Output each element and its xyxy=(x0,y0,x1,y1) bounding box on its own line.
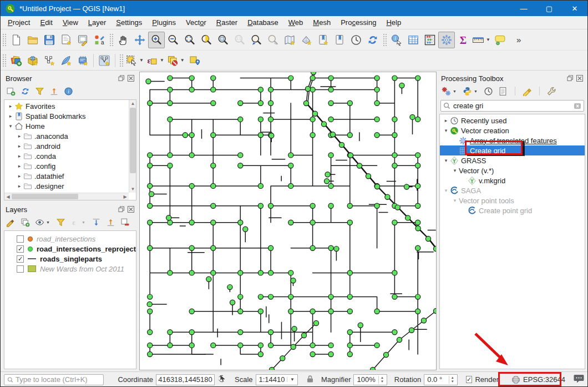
browser-filter-button[interactable] xyxy=(35,87,44,96)
toolbar-drag-handle[interactable] xyxy=(119,54,123,67)
chevron-down-icon[interactable]: ▼ xyxy=(484,37,491,42)
toolbar-drag-handle[interactable] xyxy=(109,33,113,47)
scale-combo[interactable]: 1:14410 ▼ xyxy=(256,374,298,385)
tree-item-saga[interactable]: ▾SAGA xyxy=(440,185,585,195)
browser-vertical-scrollbar[interactable]: ▲ ▼ xyxy=(129,100,136,193)
clear-search-icon[interactable] xyxy=(574,102,581,110)
toolbar-drag-handle[interactable] xyxy=(2,33,6,47)
menu-edit[interactable]: Edit xyxy=(35,16,57,29)
chevron-down-icon[interactable]: ▼ xyxy=(287,377,295,382)
layers-float-button[interactable] xyxy=(118,205,125,213)
chevron-down-icon[interactable]: ▼ xyxy=(44,220,51,224)
processing-float-button[interactable] xyxy=(566,74,574,82)
select-features-button[interactable]: ▼ xyxy=(125,52,145,69)
collapsed-arrow-icon[interactable]: ▸ xyxy=(442,118,450,123)
processing-python-button[interactable]: ▼ xyxy=(463,87,479,96)
pan-map-button[interactable] xyxy=(115,32,131,48)
layers-close-button[interactable] xyxy=(127,205,135,213)
collapsed-arrow-icon[interactable]: ▸ xyxy=(16,143,23,149)
tree-item-.anaconda[interactable]: ▸.anaconda xyxy=(4,131,129,141)
toolbar-overflow-button[interactable]: » xyxy=(516,35,521,44)
deselect-features-button[interactable]: ▼ xyxy=(166,52,186,69)
menu-web[interactable]: Web xyxy=(283,16,308,29)
browser-refresh-button[interactable] xyxy=(21,87,30,96)
scroll-left-arrow[interactable]: ◀ xyxy=(4,193,12,200)
data-source-manager-button[interactable] xyxy=(8,52,24,69)
scrollbar-thumb[interactable] xyxy=(12,194,78,199)
tree-item-.android[interactable]: ▸.android xyxy=(4,141,129,151)
toolbar-drag-handle[interactable] xyxy=(383,33,387,47)
scroll-up-arrow[interactable]: ▲ xyxy=(129,100,136,107)
menu-plugins[interactable]: Plugins xyxy=(147,16,181,29)
statistical-summary-button[interactable] xyxy=(422,32,438,48)
save-project-button[interactable] xyxy=(41,32,58,48)
processing-close-button[interactable] xyxy=(576,74,584,82)
menu-vector[interactable]: Vector xyxy=(181,16,211,29)
tree-item-.conda[interactable]: ▸.conda xyxy=(4,151,129,161)
tree-item-home[interactable]: ▾Home xyxy=(4,121,129,131)
new-spatial-bookmark-button[interactable] xyxy=(315,32,331,48)
tree-item-vector-point-tools[interactable]: ▾Vector point tools xyxy=(440,195,585,205)
scrollbar-thumb[interactable] xyxy=(130,108,136,173)
show-spatial-bookmarks-button[interactable] xyxy=(331,32,348,48)
render-checkbox[interactable]: ✓ xyxy=(466,376,473,383)
layer-row[interactable]: road_intersections xyxy=(4,234,136,244)
spin-arrows[interactable]: ▲▼ xyxy=(449,376,454,384)
expanded-arrow-icon[interactable]: ▾ xyxy=(442,128,450,133)
processing-options-button[interactable] xyxy=(547,87,556,96)
menu-settings[interactable]: Settings xyxy=(111,16,147,29)
show-layout-manager-button[interactable] xyxy=(74,32,91,48)
browser-close-button[interactable] xyxy=(127,74,135,82)
tree-item-.designer[interactable]: ▸.designer xyxy=(4,181,129,191)
new-temporary-scratch-layer-button[interactable] xyxy=(96,52,113,69)
zoom-to-layer-button[interactable] xyxy=(215,32,231,48)
zoom-in-button[interactable] xyxy=(148,32,165,48)
tree-item-favorites[interactable]: ▸Favorites xyxy=(4,101,129,111)
tree-item-.datathief[interactable]: ▸.datathief xyxy=(4,171,129,181)
collapsed-arrow-icon[interactable]: ▸ xyxy=(16,173,23,179)
chevron-down-icon[interactable]: ▼ xyxy=(451,89,458,93)
browser-horizontal-scrollbar[interactable]: ◀ ▶ xyxy=(4,193,129,200)
tree-item-recently-used[interactable]: ▸Recently used xyxy=(440,115,585,125)
measure-line-button[interactable]: ▼ xyxy=(472,32,492,48)
new-shapefile-layer-button[interactable] xyxy=(41,52,58,69)
layer-visibility-checkbox[interactable] xyxy=(17,265,24,273)
layers-filter-legend-button[interactable] xyxy=(56,218,65,227)
temporal-controller-button[interactable] xyxy=(348,32,364,48)
layers-add-group-button[interactable] xyxy=(21,218,30,227)
menu-raster[interactable]: Raster xyxy=(211,16,242,29)
collapsed-arrow-icon[interactable]: ▸ xyxy=(16,153,23,159)
layers-remove-button[interactable] xyxy=(120,218,130,227)
tree-item-v.mkgrid[interactable]: v.mkgrid xyxy=(440,175,585,185)
layer-row[interactable]: ✓road_intersections_reprojected xyxy=(4,244,136,254)
select-by-expression-button[interactable]: ε▼ xyxy=(145,52,166,69)
toolbar-drag-handle[interactable] xyxy=(2,54,6,67)
expanded-arrow-icon[interactable]: ▾ xyxy=(451,198,459,203)
style-manager-button[interactable]: a xyxy=(91,32,108,48)
zoom-out-button[interactable] xyxy=(165,32,181,48)
expanded-arrow-icon[interactable]: ▾ xyxy=(442,158,450,163)
tree-item-array-of-translated-features[interactable]: Array of translated features xyxy=(440,135,585,145)
new-geopackage-layer-button[interactable] xyxy=(24,52,41,69)
open-attribute-table-button[interactable] xyxy=(405,32,422,48)
identify-features-button[interactable]: i xyxy=(388,32,405,48)
browser-float-button[interactable] xyxy=(118,74,125,82)
map-tips-button[interactable] xyxy=(492,32,509,48)
browser-add-selected-layers-button[interactable] xyxy=(6,87,16,96)
scroll-right-arrow[interactable]: ▶ xyxy=(121,193,129,200)
zoom-to-selection-button[interactable] xyxy=(198,32,215,48)
show-statistics-button[interactable]: Σ xyxy=(455,32,472,48)
collapsed-arrow-icon[interactable]: ▸ xyxy=(16,183,23,189)
processing-search-input[interactable] xyxy=(450,102,574,110)
scroll-down-arrow[interactable]: ▼ xyxy=(129,185,136,193)
expanded-arrow-icon[interactable]: ▾ xyxy=(442,188,450,193)
menu-project[interactable]: Project xyxy=(3,16,35,29)
expanded-arrow-icon[interactable]: ▾ xyxy=(451,168,459,173)
layers-style-manager-button[interactable] xyxy=(6,218,16,227)
menu-help[interactable]: Help xyxy=(381,16,406,29)
new-3d-map-view-button[interactable] xyxy=(298,32,315,48)
processing-models-button[interactable]: ▼ xyxy=(442,87,458,96)
layer-row[interactable]: New Wards from Oct 2011 xyxy=(4,264,136,274)
collapsed-arrow-icon[interactable]: ▸ xyxy=(7,103,14,109)
tree-item-create-grid[interactable]: Create grid xyxy=(440,145,585,155)
